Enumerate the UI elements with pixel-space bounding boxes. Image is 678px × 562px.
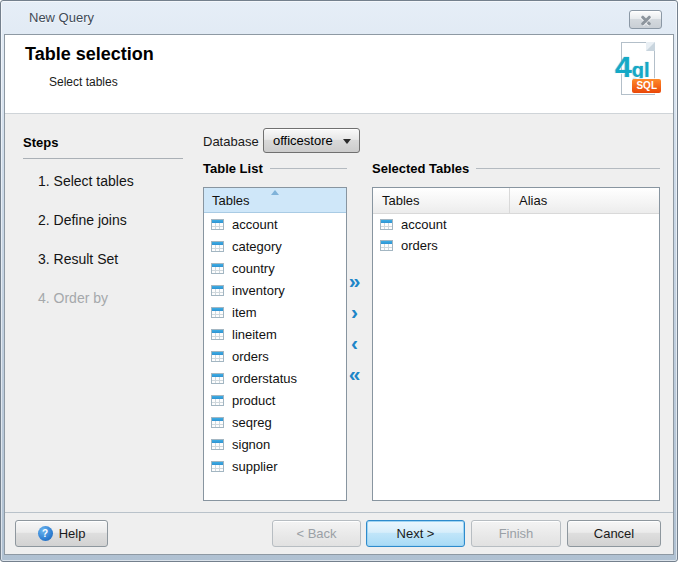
- table-list-item[interactable]: seqreg: [204, 411, 346, 433]
- table-list-item[interactable]: country: [204, 257, 346, 279]
- heading-rule: [476, 168, 660, 169]
- table-name: item: [232, 305, 257, 320]
- table-name: country: [232, 261, 275, 276]
- table-name: orders: [232, 349, 269, 364]
- finish-button[interactable]: Finish: [471, 520, 561, 547]
- table-icon: [211, 285, 224, 296]
- add-button[interactable]: ›: [346, 302, 363, 322]
- table-icon: [211, 307, 224, 318]
- column-tables: Tables: [373, 188, 510, 213]
- wizard-header: Table selection Select tables 4gl SQL: [5, 35, 673, 114]
- selected-table-name: account: [401, 217, 447, 232]
- table-list-item[interactable]: supplier: [204, 455, 346, 477]
- column-alias: Alias: [510, 193, 547, 208]
- table-list-item[interactable]: product: [204, 389, 346, 411]
- database-label: Database :: [203, 134, 266, 149]
- selected-tables-header: Tables Alias: [373, 188, 659, 214]
- table-name: seqreg: [232, 415, 272, 430]
- table-name: lineitem: [232, 327, 277, 342]
- remove-button[interactable]: ‹: [346, 333, 363, 353]
- step-result-set: 3. Result Set: [38, 251, 118, 267]
- table-list-item[interactable]: account: [204, 213, 346, 235]
- selected-table-name: orders: [401, 238, 438, 253]
- chevron-down-icon: [343, 139, 351, 144]
- help-button[interactable]: ? Help: [15, 520, 108, 547]
- steps-heading: Steps: [23, 135, 183, 159]
- table-icon: [380, 240, 393, 251]
- selected-tables: Tables Alias account orders: [372, 187, 660, 501]
- step-select-tables: 1. Select tables: [38, 173, 134, 189]
- page-title: Table selection: [25, 44, 154, 65]
- table-list: Tables account category: [203, 187, 347, 501]
- table-icon: [211, 439, 224, 450]
- table-list-item[interactable]: inventory: [204, 279, 346, 301]
- table-name: inventory: [232, 283, 285, 298]
- step-order-by: 4. Order by: [38, 290, 108, 306]
- footer-separator: [5, 512, 673, 513]
- table-name: supplier: [232, 459, 278, 474]
- table-icon: [211, 329, 224, 340]
- cancel-button[interactable]: Cancel: [567, 520, 661, 547]
- table-list-heading: Table List: [203, 161, 347, 176]
- table-icon: [211, 241, 224, 252]
- titlebar[interactable]: New Query: [1, 1, 677, 34]
- table-name: signon: [232, 437, 270, 452]
- sort-ascending-icon: [271, 190, 279, 195]
- table-list-column-header[interactable]: Tables: [204, 188, 346, 213]
- table-icon: [211, 417, 224, 428]
- next-button[interactable]: Next >: [366, 520, 465, 547]
- logo-sql-badge: SQL: [632, 79, 661, 93]
- selected-table-row[interactable]: account: [373, 214, 659, 235]
- table-icon: [211, 461, 224, 472]
- new-query-dialog: New Query Table selection Select tables …: [0, 0, 678, 562]
- page-subtitle: Select tables: [49, 75, 118, 89]
- step-define-joins: 2. Define joins: [38, 212, 127, 228]
- window-title: New Query: [29, 10, 94, 25]
- back-button[interactable]: < Back: [272, 520, 361, 547]
- help-label: Help: [59, 526, 86, 541]
- table-list-item[interactable]: orders: [204, 345, 346, 367]
- selected-tables-heading-label: Selected Tables: [372, 161, 469, 176]
- table-list-item[interactable]: orderstatus: [204, 367, 346, 389]
- logo-4: 4: [615, 50, 632, 83]
- database-select[interactable]: officestore: [263, 128, 360, 153]
- table-name: category: [232, 239, 282, 254]
- close-button[interactable]: [629, 10, 662, 29]
- table-list-item[interactable]: lineitem: [204, 323, 346, 345]
- table-icon: [380, 219, 393, 230]
- dialog-body: Table selection Select tables 4gl SQL St…: [4, 34, 674, 555]
- database-selected-value: officestore: [273, 133, 333, 148]
- table-icon: [211, 395, 224, 406]
- table-list-items: account category country invento: [204, 213, 346, 477]
- add-all-button[interactable]: »: [346, 271, 363, 291]
- table-icon: [211, 263, 224, 274]
- table-list-column-label: Tables: [212, 193, 250, 208]
- selected-tables-rows: account orders: [373, 214, 659, 256]
- table-name: account: [232, 217, 278, 232]
- selected-table-row[interactable]: orders: [373, 235, 659, 256]
- table-icon: [211, 351, 224, 362]
- help-icon: ?: [38, 526, 53, 541]
- close-icon: [640, 14, 652, 26]
- heading-rule: [270, 168, 347, 169]
- 4gl-sql-logo-icon: 4gl SQL: [615, 39, 661, 101]
- table-list-item[interactable]: signon: [204, 433, 346, 455]
- table-list-heading-label: Table List: [203, 161, 263, 176]
- selected-tables-heading: Selected Tables: [372, 161, 660, 176]
- table-name: orderstatus: [232, 371, 297, 386]
- table-icon: [211, 373, 224, 384]
- table-list-item[interactable]: item: [204, 301, 346, 323]
- remove-all-button[interactable]: «: [346, 364, 363, 384]
- table-list-item[interactable]: category: [204, 235, 346, 257]
- table-name: product: [232, 393, 275, 408]
- table-icon: [211, 219, 224, 230]
- logo-gl: gl: [632, 59, 650, 81]
- logo-text: 4gl: [615, 52, 649, 82]
